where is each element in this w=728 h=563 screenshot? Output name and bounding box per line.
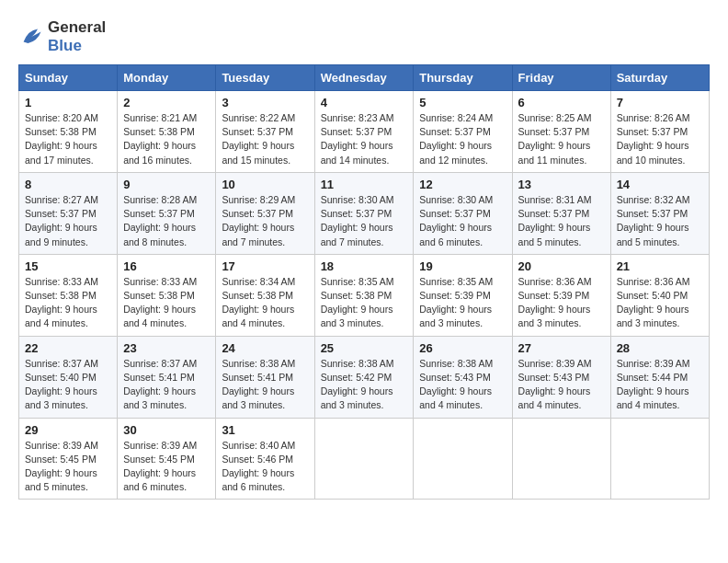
calendar-header-row: SundayMondayTuesdayWednesdayThursdayFrid…	[19, 65, 710, 91]
day-number: 25	[321, 341, 408, 355]
calendar-day-cell	[512, 418, 610, 500]
day-info: Sunrise: 8:35 AM Sunset: 5:39 PM Dayligh…	[419, 275, 506, 331]
day-of-week-header: Friday	[512, 65, 610, 91]
day-info: Sunrise: 8:30 AM Sunset: 5:37 PM Dayligh…	[419, 193, 506, 249]
calendar-day-cell: 29 Sunrise: 8:39 AM Sunset: 5:45 PM Dayl…	[19, 418, 118, 500]
calendar-day-cell: 3 Sunrise: 8:22 AM Sunset: 5:37 PM Dayli…	[216, 91, 314, 173]
calendar-day-cell	[610, 418, 709, 500]
calendar-day-cell: 19 Sunrise: 8:35 AM Sunset: 5:39 PM Dayl…	[414, 254, 512, 336]
day-info: Sunrise: 8:34 AM Sunset: 5:38 PM Dayligh…	[222, 275, 308, 331]
day-number: 26	[419, 341, 506, 355]
calendar-day-cell: 2 Sunrise: 8:21 AM Sunset: 5:38 PM Dayli…	[118, 91, 216, 173]
day-info: Sunrise: 8:39 AM Sunset: 5:44 PM Dayligh…	[617, 357, 703, 413]
day-number: 31	[222, 423, 308, 437]
day-number: 6	[518, 96, 605, 109]
calendar-day-cell: 9 Sunrise: 8:28 AM Sunset: 5:37 PM Dayli…	[118, 172, 216, 254]
logo-text: General Blue	[48, 18, 106, 55]
day-number: 2	[123, 96, 210, 109]
day-info: Sunrise: 8:28 AM Sunset: 5:37 PM Dayligh…	[123, 193, 210, 249]
calendar-day-cell: 12 Sunrise: 8:30 AM Sunset: 5:37 PM Dayl…	[414, 172, 512, 254]
calendar-day-cell: 4 Sunrise: 8:23 AM Sunset: 5:37 PM Dayli…	[314, 91, 414, 173]
day-number: 18	[321, 259, 408, 273]
day-number: 10	[222, 178, 308, 191]
calendar-table: SundayMondayTuesdayWednesdayThursdayFrid…	[18, 64, 710, 500]
calendar-day-cell: 16 Sunrise: 8:33 AM Sunset: 5:38 PM Dayl…	[118, 254, 216, 336]
calendar-day-cell: 18 Sunrise: 8:35 AM Sunset: 5:38 PM Dayl…	[314, 254, 414, 336]
calendar-week-row: 22 Sunrise: 8:37 AM Sunset: 5:40 PM Dayl…	[19, 336, 710, 418]
day-number: 4	[321, 96, 408, 109]
day-number: 3	[222, 96, 308, 109]
calendar-day-cell: 13 Sunrise: 8:31 AM Sunset: 5:37 PM Dayl…	[512, 172, 610, 254]
day-info: Sunrise: 8:24 AM Sunset: 5:37 PM Dayligh…	[419, 111, 506, 167]
calendar-day-cell: 17 Sunrise: 8:34 AM Sunset: 5:38 PM Dayl…	[216, 254, 314, 336]
logo: General Blue	[18, 18, 106, 55]
day-info: Sunrise: 8:37 AM Sunset: 5:41 PM Dayligh…	[123, 357, 210, 413]
day-number: 7	[617, 96, 703, 109]
day-number: 12	[419, 178, 506, 191]
day-info: Sunrise: 8:27 AM Sunset: 5:37 PM Dayligh…	[25, 193, 111, 249]
calendar-day-cell: 25 Sunrise: 8:38 AM Sunset: 5:42 PM Dayl…	[314, 336, 414, 418]
day-info: Sunrise: 8:38 AM Sunset: 5:41 PM Dayligh…	[222, 357, 308, 413]
day-of-week-header: Monday	[118, 65, 216, 91]
calendar-day-cell: 11 Sunrise: 8:30 AM Sunset: 5:37 PM Dayl…	[314, 172, 414, 254]
calendar-day-cell: 21 Sunrise: 8:36 AM Sunset: 5:40 PM Dayl…	[610, 254, 709, 336]
day-of-week-header: Wednesday	[314, 65, 414, 91]
calendar-day-cell: 26 Sunrise: 8:38 AM Sunset: 5:43 PM Dayl…	[414, 336, 512, 418]
day-info: Sunrise: 8:25 AM Sunset: 5:37 PM Dayligh…	[518, 111, 605, 167]
calendar-week-row: 29 Sunrise: 8:39 AM Sunset: 5:45 PM Dayl…	[19, 418, 710, 500]
day-info: Sunrise: 8:38 AM Sunset: 5:42 PM Dayligh…	[321, 357, 408, 413]
calendar-day-cell: 5 Sunrise: 8:24 AM Sunset: 5:37 PM Dayli…	[414, 91, 512, 173]
day-info: Sunrise: 8:26 AM Sunset: 5:37 PM Dayligh…	[617, 111, 703, 167]
day-number: 14	[617, 178, 703, 191]
day-number: 16	[123, 259, 210, 273]
day-info: Sunrise: 8:36 AM Sunset: 5:40 PM Dayligh…	[617, 275, 703, 331]
day-info: Sunrise: 8:38 AM Sunset: 5:43 PM Dayligh…	[419, 357, 506, 413]
day-info: Sunrise: 8:30 AM Sunset: 5:37 PM Dayligh…	[321, 193, 408, 249]
calendar-day-cell: 24 Sunrise: 8:38 AM Sunset: 5:41 PM Dayl…	[216, 336, 314, 418]
calendar-day-cell: 30 Sunrise: 8:39 AM Sunset: 5:45 PM Dayl…	[118, 418, 216, 500]
calendar-day-cell	[314, 418, 414, 500]
day-number: 11	[321, 178, 408, 191]
day-number: 8	[25, 178, 111, 191]
calendar-day-cell: 14 Sunrise: 8:32 AM Sunset: 5:37 PM Dayl…	[610, 172, 709, 254]
calendar-day-cell: 6 Sunrise: 8:25 AM Sunset: 5:37 PM Dayli…	[512, 91, 610, 173]
day-info: Sunrise: 8:39 AM Sunset: 5:45 PM Dayligh…	[25, 439, 111, 495]
day-info: Sunrise: 8:40 AM Sunset: 5:46 PM Dayligh…	[222, 439, 308, 495]
calendar-day-cell: 27 Sunrise: 8:39 AM Sunset: 5:43 PM Dayl…	[512, 336, 610, 418]
day-info: Sunrise: 8:33 AM Sunset: 5:38 PM Dayligh…	[25, 275, 111, 331]
day-info: Sunrise: 8:31 AM Sunset: 5:37 PM Dayligh…	[518, 193, 605, 249]
day-number: 20	[518, 259, 605, 273]
day-of-week-header: Thursday	[414, 65, 512, 91]
calendar-week-row: 1 Sunrise: 8:20 AM Sunset: 5:38 PM Dayli…	[19, 91, 710, 173]
day-number: 24	[222, 341, 308, 355]
calendar-week-row: 8 Sunrise: 8:27 AM Sunset: 5:37 PM Dayli…	[19, 172, 710, 254]
day-info: Sunrise: 8:32 AM Sunset: 5:37 PM Dayligh…	[617, 193, 703, 249]
day-number: 9	[123, 178, 210, 191]
day-info: Sunrise: 8:23 AM Sunset: 5:37 PM Dayligh…	[321, 111, 408, 167]
day-number: 1	[25, 96, 111, 109]
day-number: 5	[419, 96, 506, 109]
day-info: Sunrise: 8:36 AM Sunset: 5:39 PM Dayligh…	[518, 275, 605, 331]
day-info: Sunrise: 8:39 AM Sunset: 5:43 PM Dayligh…	[518, 357, 605, 413]
day-number: 23	[123, 341, 210, 355]
day-info: Sunrise: 8:33 AM Sunset: 5:38 PM Dayligh…	[123, 275, 210, 331]
day-info: Sunrise: 8:29 AM Sunset: 5:37 PM Dayligh…	[222, 193, 308, 249]
calendar-day-cell: 15 Sunrise: 8:33 AM Sunset: 5:38 PM Dayl…	[19, 254, 118, 336]
day-info: Sunrise: 8:39 AM Sunset: 5:45 PM Dayligh…	[123, 439, 210, 495]
calendar-day-cell: 1 Sunrise: 8:20 AM Sunset: 5:38 PM Dayli…	[19, 91, 118, 173]
day-of-week-header: Tuesday	[216, 65, 314, 91]
day-info: Sunrise: 8:22 AM Sunset: 5:37 PM Dayligh…	[222, 111, 308, 167]
calendar-day-cell	[414, 418, 512, 500]
day-number: 13	[518, 178, 605, 191]
day-number: 15	[25, 259, 111, 273]
calendar-day-cell: 23 Sunrise: 8:37 AM Sunset: 5:41 PM Dayl…	[118, 336, 216, 418]
day-number: 19	[419, 259, 506, 273]
calendar-week-row: 15 Sunrise: 8:33 AM Sunset: 5:38 PM Dayl…	[19, 254, 710, 336]
calendar-day-cell: 28 Sunrise: 8:39 AM Sunset: 5:44 PM Dayl…	[610, 336, 709, 418]
day-number: 21	[617, 259, 703, 273]
day-of-week-header: Sunday	[19, 65, 118, 91]
day-info: Sunrise: 8:21 AM Sunset: 5:38 PM Dayligh…	[123, 111, 210, 167]
day-info: Sunrise: 8:35 AM Sunset: 5:38 PM Dayligh…	[321, 275, 408, 331]
calendar-day-cell: 31 Sunrise: 8:40 AM Sunset: 5:46 PM Dayl…	[216, 418, 314, 500]
calendar-day-cell: 10 Sunrise: 8:29 AM Sunset: 5:37 PM Dayl…	[216, 172, 314, 254]
